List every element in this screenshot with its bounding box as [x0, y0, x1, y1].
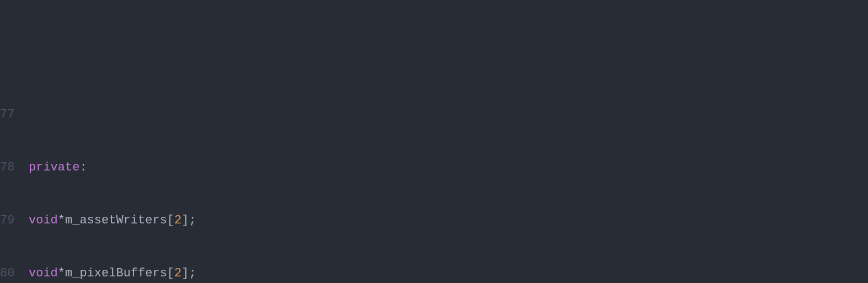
- number-literal: 2: [174, 265, 181, 282]
- identifier: m_pixelBuffers: [65, 265, 167, 282]
- type-void: void: [29, 265, 58, 282]
- punct-semi: ;: [189, 265, 196, 282]
- line-number-gutter: 77 78 79 80 81 82 83 84 85 86 87 88 89 9…: [0, 71, 22, 283]
- punct-rbracket: ]: [181, 265, 189, 282]
- keyword-private: private: [29, 159, 79, 177]
- code-line[interactable]: void* m_pixelBuffers[2];: [29, 265, 868, 282]
- line-number: 79: [0, 212, 18, 229]
- punct-star: *: [58, 212, 65, 229]
- line-number: 80: [0, 265, 18, 282]
- punct-semi: ;: [189, 212, 196, 229]
- identifier: m_assetWriters: [65, 212, 167, 229]
- line-number: 78: [0, 159, 18, 177]
- code-editor[interactable]: 77 78 79 80 81 82 83 84 85 86 87 88 89 9…: [0, 71, 868, 283]
- punct-lbracket: [: [167, 265, 174, 282]
- code-content[interactable]: private: void* m_assetWriters[2]; void* …: [22, 71, 868, 283]
- code-line[interactable]: void* m_assetWriters[2];: [29, 212, 868, 229]
- line-number: 77: [0, 106, 18, 124]
- punct-star: *: [58, 265, 65, 282]
- type-void: void: [29, 212, 58, 229]
- punct-lbracket: [: [167, 212, 174, 229]
- code-line[interactable]: [29, 106, 868, 124]
- number-literal: 2: [174, 212, 181, 229]
- punct-colon: :: [79, 159, 87, 177]
- code-line[interactable]: private:: [29, 159, 868, 177]
- punct-rbracket: ]: [181, 212, 189, 229]
